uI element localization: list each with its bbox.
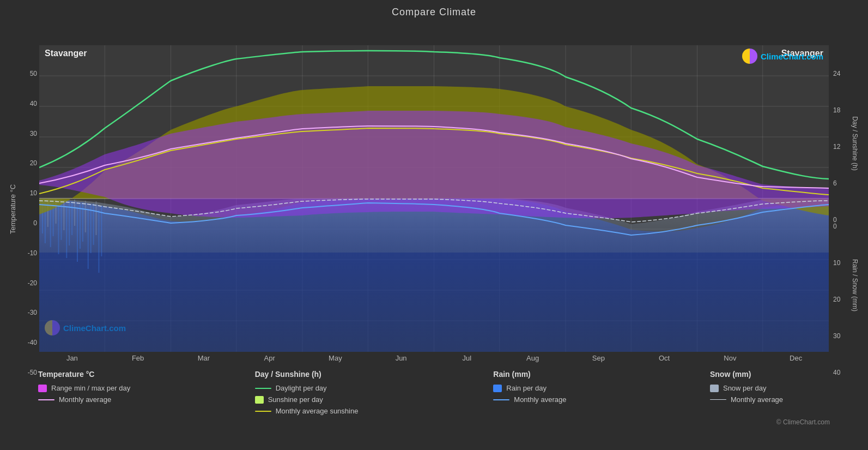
legend-swatch-rain xyxy=(493,385,502,392)
legend-swatch-sunshine xyxy=(255,396,264,404)
legend-item-daylight: Daylight per day xyxy=(255,384,397,392)
legend-item-sunshine-bar: Sunshine per day xyxy=(255,395,397,404)
svg-rect-28 xyxy=(60,202,62,240)
copyright: © ClimeChart.com xyxy=(0,418,868,426)
svg-rect-43 xyxy=(101,206,102,256)
legend-line-temp-avg xyxy=(38,399,54,400)
x-label-sep: Sep xyxy=(566,354,632,362)
legend-title-temperature: Temperature °C xyxy=(38,370,158,379)
legend-item-snow-bar: Snow per day xyxy=(710,384,830,392)
y-axis-left-labels: 50 40 30 20 10 0 -10 -20 -30 -40 -50 xyxy=(20,70,37,376)
y-axis-right-top-title: Day / Sunshine (h) xyxy=(849,89,860,198)
x-label-may: May xyxy=(302,354,368,362)
legend-group-snow: Snow (mm) Snow per day Monthly average xyxy=(710,370,830,415)
x-label-apr: Apr xyxy=(236,354,302,362)
legend-title-snow: Snow (mm) xyxy=(710,370,830,379)
x-label-jan: Jan xyxy=(39,354,105,362)
svg-rect-32 xyxy=(71,201,72,235)
x-label-jun: Jun xyxy=(368,354,434,362)
svg-rect-33 xyxy=(74,200,75,226)
legend-item-snow-avg: Monthly average xyxy=(710,395,830,404)
y-axis-right-bottom-title: Rain / Snow (mm) xyxy=(849,231,860,340)
page-title: Compare Climate xyxy=(0,0,868,20)
x-label-feb: Feb xyxy=(105,354,171,362)
legend-line-sunshine-avg xyxy=(255,411,271,412)
x-label-aug: Aug xyxy=(500,354,566,362)
legend-group-rain: Rain (mm) Rain per day Monthly average xyxy=(493,370,613,415)
svg-rect-29 xyxy=(63,200,64,230)
legend-item-sunshine-avg: Monthly average sunshine xyxy=(255,407,397,415)
legend-area: Temperature °C Range min / max per day M… xyxy=(0,362,868,415)
svg-rect-39 xyxy=(90,205,92,253)
legend-swatch-snow xyxy=(710,385,719,392)
legend-group-sunshine: Day / Sunshine (h) Daylight per day Suns… xyxy=(255,370,397,415)
svg-rect-36 xyxy=(82,202,83,242)
legend-group-temperature: Temperature °C Range min / max per day M… xyxy=(38,370,158,415)
y-axis-right-top-labels: 24 18 12 6 0 xyxy=(833,70,848,223)
x-label-dec: Dec xyxy=(763,354,829,362)
x-label-nov: Nov xyxy=(697,354,763,362)
svg-rect-34 xyxy=(77,207,78,262)
legend-line-snow-avg xyxy=(710,399,726,400)
svg-rect-31 xyxy=(69,203,70,245)
svg-rect-27 xyxy=(58,205,59,254)
svg-rect-40 xyxy=(93,203,94,245)
svg-rect-30 xyxy=(66,206,67,258)
svg-rect-42 xyxy=(98,210,99,273)
legend-item-temp-avg: Monthly average xyxy=(38,395,158,404)
x-label-oct: Oct xyxy=(632,354,697,362)
x-axis-labels: Jan Feb Mar Apr May Jun Jul Aug Sep Oct … xyxy=(39,354,829,362)
legend-item-temp-range: Range min / max per day xyxy=(38,384,158,392)
chart-area: Stavanger Stavanger ClimeChart.com Clime… xyxy=(39,45,829,352)
legend-item-rain-bar: Rain per day xyxy=(493,384,613,392)
legend-line-daylight xyxy=(255,388,271,389)
x-label-jul: Jul xyxy=(434,354,500,362)
svg-rect-41 xyxy=(96,201,97,235)
legend-title-sunshine: Day / Sunshine (h) xyxy=(255,370,397,379)
legend-title-rain: Rain (mm) xyxy=(493,370,613,379)
legend-line-rain-avg xyxy=(493,399,509,400)
svg-rect-38 xyxy=(88,209,89,269)
svg-rect-37 xyxy=(85,201,86,232)
legend-item-rain-avg: Monthly average xyxy=(493,395,613,404)
legend-swatch-temp-range xyxy=(38,385,47,392)
svg-rect-35 xyxy=(80,204,81,249)
x-label-mar: Mar xyxy=(171,354,237,362)
y-axis-right-bottom-labels: 0 10 20 30 40 xyxy=(833,223,848,376)
y-axis-left-title: Temperature °C xyxy=(8,73,19,345)
